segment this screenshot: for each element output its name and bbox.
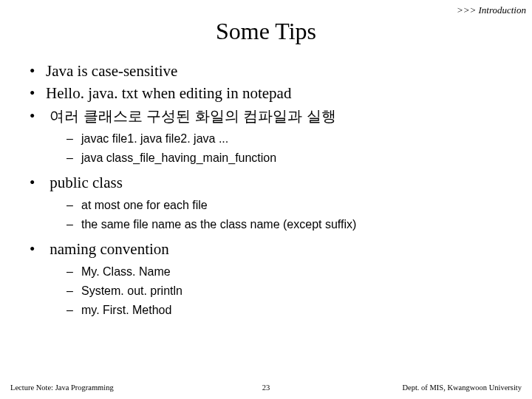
slide: >>> Introduction Some Tips Java is case-… [0,0,532,399]
page-title: Some Tips [22,18,510,45]
sub-item: My. Class. Name [81,265,510,279]
page-number: 23 [262,383,270,392]
bullet-list: Java is case-sensitive Hello. java. txt … [22,61,510,318]
sub-item: java class_file_having_main_function [81,151,510,166]
bullet-text: public class [50,174,123,191]
sub-item: at most one for each file [81,198,510,213]
sub-list: My. Class. Name System. out. println my.… [46,265,510,318]
footer-left: Lecture Note: Java Programming [10,383,114,392]
sub-item: System. out. println [81,284,510,299]
bullet-item: naming convention My. Class. Name System… [46,239,510,318]
footer-right: Dept. of MIS, Kwangwoon University [402,383,522,392]
bullet-item: 여러 클래스로 구성된 화일의 컴파일과 실행 javac file1. jav… [46,106,510,166]
bullet-text: 여러 클래스로 구성된 화일의 컴파일과 실행 [50,108,336,124]
bullet-item: Hello. java. txt when editing in notepad [46,83,510,103]
bullet-item: public class at most one for each file t… [46,173,510,232]
sub-item: my. First. Method [81,303,510,318]
bullet-item: Java is case-sensitive [46,61,510,81]
breadcrumb: >>> Introduction [457,4,526,16]
sub-list: at most one for each file the same file … [46,198,510,232]
sub-item: javac file1. java file2. java ... [81,132,510,146]
bullet-text: naming convention [50,240,169,258]
sub-item: the same file name as the class name (ex… [81,217,510,232]
sub-list: javac file1. java file2. java ... java c… [46,132,510,166]
footer: Lecture Note: Java Programming 23 Dept. … [0,383,532,392]
